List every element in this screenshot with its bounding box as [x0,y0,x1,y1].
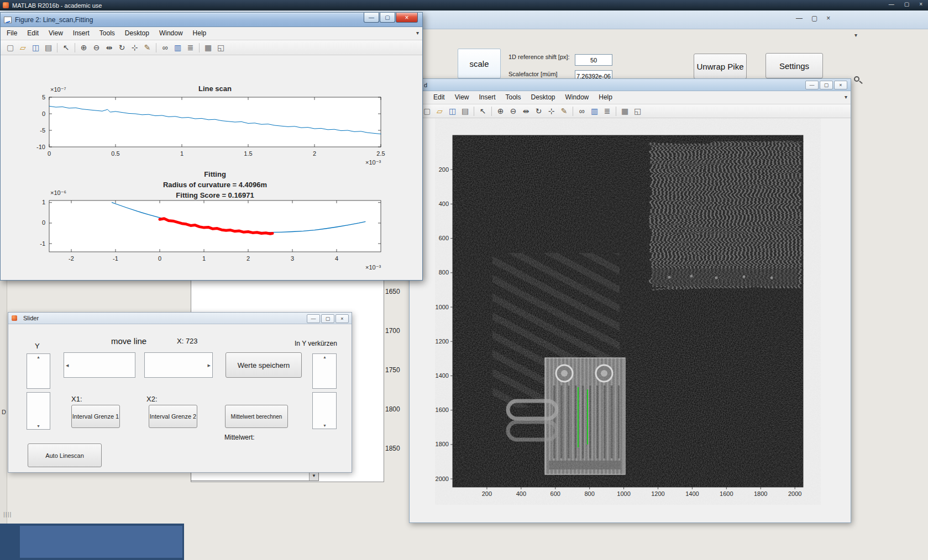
dock-figure-icon[interactable]: ◱ [215,42,227,53]
scale-button[interactable]: scale [458,49,501,78]
menu-view[interactable]: View [450,91,474,103]
ref-shift-input[interactable] [575,54,612,66]
menu-overflow-icon[interactable]: ▾ [416,30,419,36]
menu-desktop[interactable]: Desktop [120,27,154,39]
menu-window[interactable]: Window [560,91,594,103]
menu-edit[interactable]: Edit [22,27,44,39]
rotate-3d-icon[interactable]: ↻ [116,42,128,53]
pan-icon[interactable]: ⇹ [520,105,532,117]
insert-colorbar-icon[interactable]: ▥ [172,42,183,53]
y-slider-up-arrow-icon[interactable]: ▲ [36,355,40,359]
main-minimize-button[interactable]: — [889,1,894,7]
shorten-y-trough-down[interactable]: ▼ [312,392,337,429]
slider-minimize-button[interactable]: — [307,314,320,323]
figure2-close-button[interactable]: × [396,13,418,23]
resize-grip-icon[interactable]: |||| [3,511,12,517]
shorten-y-down-arrow-icon[interactable]: ▼ [323,424,327,427]
link-plot-icon[interactable]: ∞ [576,105,588,117]
insert-legend-icon[interactable]: ≣ [185,42,196,53]
show-plot-tools-icon[interactable]: ▦ [202,42,214,53]
wafer-image[interactable] [453,135,803,487]
zoom-in-icon[interactable]: ⊕ [78,42,90,53]
insert-legend-icon[interactable]: ≣ [601,105,613,117]
left-dock-tab[interactable]: D [2,409,6,415]
insert-colorbar-icon[interactable]: ▥ [589,105,600,117]
menu-overflow-icon[interactable]: ▾ [845,94,847,100]
link-plot-icon[interactable]: ∞ [159,42,171,53]
brush-data-icon[interactable]: ✎ [141,42,153,53]
menu-tools[interactable]: Tools [95,27,120,39]
werte-speichern-button[interactable]: Werte speichern [226,352,302,378]
main-close-button[interactable]: × [919,1,922,7]
new-figure-icon[interactable]: ▢ [4,42,16,53]
right-figure-close-button[interactable]: × [834,81,847,89]
menu-help[interactable]: Help [188,27,212,39]
zoom-out-icon[interactable]: ⊖ [507,105,519,117]
print-figure-icon[interactable]: ▤ [43,42,54,53]
save-figure-icon[interactable]: ◫ [30,42,41,53]
menu-window[interactable]: Window [154,27,188,39]
gui-close-button[interactable]: × [826,14,830,22]
open-file-icon[interactable]: ▱ [17,42,29,53]
zoom-out-icon[interactable]: ⊖ [91,42,102,53]
menu-help[interactable]: Help [594,91,617,103]
search-magnifier-icon[interactable] [854,76,859,82]
shorten-y-slider[interactable]: ▲ ▼ [312,353,337,429]
slider-maximize-button[interactable]: ▢ [321,314,334,323]
slider-trough-right[interactable]: ▶ [144,352,213,378]
slider-trough-left[interactable]: ◀ [64,352,135,378]
fitting-chart[interactable]: Fitting Radius of curvature = 4.4096m Fi… [23,169,410,274]
matlab-main-titlebar[interactable]: MATLAB R2016b - academic use — ▢ × [0,0,928,10]
edit-plot-icon[interactable]: ↖ [60,42,72,53]
unwrap-pike-button[interactable]: Unwrap Pike [694,54,747,79]
move-line-slider[interactable]: ◀ ▶ [64,352,213,378]
auto-linescan-button[interactable]: Auto Linescan [28,443,102,467]
wafer-image-chart[interactable]: 2004006008001000120014001600180020002004… [410,118,852,524]
dock-figure-icon[interactable]: ◱ [632,105,643,117]
data-cursor-icon[interactable]: ⊹ [546,105,557,117]
interval-grenze-1-button[interactable]: Interval Grenze 1 [71,405,120,428]
data-cursor-icon[interactable]: ⊹ [129,42,140,53]
y-slider-trough-down[interactable]: ▼ [27,392,50,430]
show-plot-tools-icon[interactable]: ▦ [619,105,631,117]
slider-right-arrow-icon[interactable]: ▶ [208,363,211,368]
pan-icon[interactable]: ⇹ [103,42,115,53]
linescan-chart[interactable]: Line scan 00.511.522.5-10-505×10⁻⁷×10⁻³ [23,78,410,169]
edit-plot-icon[interactable]: ↖ [477,105,489,117]
print-figure-icon[interactable]: ▤ [459,105,471,117]
figure2-titlebar[interactable]: Figure 2: Line_scan,Fitting — ▢ × [1,13,422,27]
y-slider[interactable]: ▲ ▼ [27,353,50,430]
shorten-y-trough-up[interactable]: ▲ [312,353,337,389]
settings-button[interactable]: Settings [766,53,823,78]
gui-maximize-button[interactable]: ▢ [811,14,817,22]
gui-minimize-button[interactable]: — [796,14,803,22]
slider-titlebar[interactable]: Slider — ▢ × [8,313,352,324]
menu-desktop[interactable]: Desktop [526,91,560,103]
menu-insert[interactable]: Insert [68,27,95,39]
slider-left-arrow-icon[interactable]: ◀ [66,363,69,368]
brush-data-icon[interactable]: ✎ [558,105,570,117]
figure2-minimize-button[interactable]: — [364,13,379,23]
menu-edit[interactable]: Edit [428,91,450,103]
save-figure-icon[interactable]: ◫ [447,105,458,117]
open-file-icon[interactable]: ▱ [434,105,445,117]
slider-close-button[interactable]: × [335,314,349,323]
zoom-in-icon[interactable]: ⊕ [495,105,506,117]
rotate-3d-icon[interactable]: ↻ [533,105,544,117]
figure2-maximize-button[interactable]: ▢ [380,13,395,23]
right-figure-minimize-button[interactable]: — [805,81,819,89]
interval-grenze-2-button[interactable]: Interval Grenze 2 [149,405,197,428]
menu-tools[interactable]: Tools [501,91,526,103]
shorten-y-up-arrow-icon[interactable]: ▲ [323,355,327,359]
y-slider-down-arrow-icon[interactable]: ▼ [36,424,40,428]
main-maximize-button[interactable]: ▢ [904,1,909,7]
menu-view[interactable]: View [44,27,68,39]
gui-menu-overflow-icon[interactable]: ▾ [854,32,857,38]
menu-insert[interactable]: Insert [474,91,500,103]
y-slider-trough-up[interactable]: ▲ [27,353,50,389]
right-figure-maximize-button[interactable]: ▢ [820,81,833,89]
menu-file[interactable]: File [2,27,22,39]
new-figure-icon[interactable]: ▢ [421,105,433,117]
right-figure-titlebar[interactable]: d — ▢ × [410,79,851,91]
mittelwert-berechnen-button[interactable]: Mittelwert berechnen [225,405,288,428]
